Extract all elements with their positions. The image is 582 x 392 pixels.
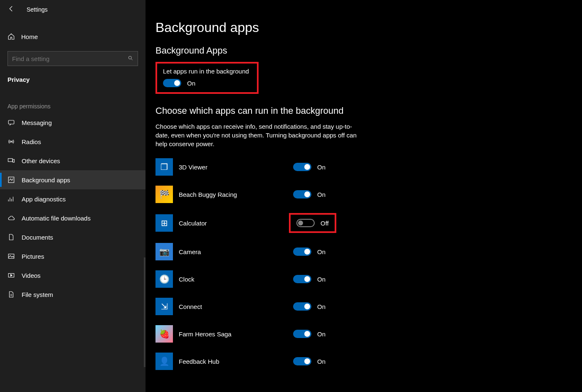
app-toggle[interactable] <box>293 275 311 283</box>
app-toggle-wrap: On <box>289 272 330 286</box>
app-toggle[interactable] <box>293 163 311 171</box>
sidebar-item-documents[interactable]: Documents <box>0 228 146 247</box>
sidebar-item-label: App diagnostics <box>22 196 66 203</box>
app-toggle[interactable] <box>293 302 311 311</box>
sidebar-item-label: Background apps <box>22 176 70 184</box>
sidebar-item-app-diagnostics[interactable]: App diagnostics <box>0 189 146 208</box>
main-content: Background apps Background Apps Let apps… <box>146 0 582 392</box>
app-row-3d-viewer: ❒3D ViewerOn <box>155 158 570 176</box>
svg-rect-3 <box>8 159 13 162</box>
app-name-label: Clock <box>179 276 289 283</box>
arrow-left-icon <box>7 5 15 12</box>
app-name-label: 3D Viewer <box>179 164 289 171</box>
app-icon: ❒ <box>155 158 173 176</box>
app-row-camera: 📷CameraOn <box>155 243 570 260</box>
svg-rect-1 <box>8 120 14 124</box>
app-toggle-state: On <box>317 331 326 338</box>
sidebar-item-messaging[interactable]: Messaging <box>0 113 146 132</box>
description-text: Choose which apps can receive info, send… <box>155 122 359 148</box>
app-row-connect: ⇲ConnectOn <box>155 298 570 315</box>
search-wrap <box>0 46 146 66</box>
sidebar-item-label: Other devices <box>22 157 60 164</box>
group-label: App permissions <box>0 86 146 113</box>
document-icon <box>7 233 15 241</box>
master-toggle-label: Let apps run in the background <box>163 68 251 75</box>
home-link[interactable]: Home <box>0 27 146 46</box>
app-toggle-state: On <box>317 248 326 255</box>
sidebar-item-automatic-file-downloads[interactable]: Automatic file downloads <box>0 208 146 228</box>
sidebar-item-videos[interactable]: Videos <box>0 266 146 285</box>
search-icon <box>128 55 133 62</box>
page-title: Background apps <box>155 20 570 35</box>
app-name-label: Calculator <box>179 220 289 227</box>
app-toggle-state: On <box>317 276 326 283</box>
app-icon: 🏁 <box>155 186 173 203</box>
app-name-label: Feedback Hub <box>179 358 289 365</box>
nav-list: MessagingRadiosOther devicesBackground a… <box>0 113 146 304</box>
cloud-icon <box>7 214 15 222</box>
subheading-background-apps: Background Apps <box>155 45 570 56</box>
diagnostics-icon <box>7 195 15 203</box>
sidebar-item-file-system[interactable]: File system <box>0 285 146 304</box>
scrollbar[interactable] <box>144 257 146 367</box>
app-toggle-state: Off <box>321 220 329 227</box>
subheading-choose-apps: Choose which apps can run in the backgro… <box>155 105 570 116</box>
app-row-farm-heroes-saga: 🍓Farm Heroes SagaOn <box>155 325 570 343</box>
sidebar-item-radios[interactable]: Radios <box>0 132 146 151</box>
app-name-label: Camera <box>179 248 289 255</box>
sidebar-item-pictures[interactable]: Pictures <box>0 247 146 266</box>
file-system-icon <box>7 291 15 298</box>
master-toggle-state: On <box>187 80 195 87</box>
section-label: Privacy <box>0 66 146 86</box>
videos-icon <box>7 272 15 279</box>
app-name-label: Beach Buggy Racing <box>179 191 289 198</box>
app-icon: ⊞ <box>155 214 173 232</box>
app-name-label: Farm Heroes Saga <box>179 331 289 338</box>
back-button[interactable] <box>7 5 15 14</box>
sidebar-item-label: Radios <box>22 138 41 145</box>
sidebar-item-label: File system <box>22 291 53 298</box>
app-toggle-state: On <box>317 303 326 310</box>
sidebar-item-background-apps[interactable]: Background apps <box>0 170 146 189</box>
svg-point-0 <box>128 56 131 59</box>
app-list: ❒3D ViewerOn🏁Beach Buggy RacingOn⊞Calcul… <box>155 158 570 370</box>
app-icon: 👤 <box>155 353 173 370</box>
sidebar-item-label: Documents <box>22 234 53 241</box>
home-label: Home <box>21 33 38 40</box>
svg-point-2 <box>11 141 12 142</box>
app-row-feedback-hub: 👤Feedback HubOn <box>155 353 570 370</box>
app-toggle-state: On <box>317 191 326 198</box>
sidebar: Settings Home Privacy App permissions Me… <box>0 0 146 392</box>
app-toggle[interactable] <box>296 219 315 227</box>
master-toggle[interactable] <box>163 79 181 87</box>
sidebar-item-label: Messaging <box>22 119 52 126</box>
radios-icon <box>7 138 15 145</box>
window-title: Settings <box>27 6 48 13</box>
sidebar-item-label: Pictures <box>22 253 44 260</box>
app-toggle-wrap: On <box>289 245 330 258</box>
app-row-calculator: ⊞CalculatorOff <box>155 213 570 233</box>
background-apps-icon <box>7 176 15 184</box>
app-toggle-wrap: On <box>289 327 330 341</box>
app-row-clock: 🕒ClockOn <box>155 270 570 288</box>
pictures-icon <box>7 252 15 260</box>
search-box[interactable] <box>7 51 138 66</box>
app-toggle[interactable] <box>293 357 311 365</box>
message-icon <box>7 119 15 126</box>
app-toggle-wrap: On <box>289 188 330 201</box>
app-toggle-wrap: On <box>289 355 330 368</box>
app-toggle[interactable] <box>293 190 311 198</box>
home-icon <box>7 33 15 40</box>
svg-rect-4 <box>13 159 15 162</box>
app-icon: 📷 <box>155 243 173 260</box>
highlighted-master-toggle: Let apps run in the background On <box>155 62 259 94</box>
search-input[interactable] <box>12 55 128 62</box>
sidebar-item-label: Videos <box>22 272 41 279</box>
app-icon: ⇲ <box>155 298 173 315</box>
app-toggle[interactable] <box>293 247 311 256</box>
highlighted-app-toggle: Off <box>289 213 336 233</box>
sidebar-item-other-devices[interactable]: Other devices <box>0 151 146 170</box>
app-toggle[interactable] <box>293 330 311 338</box>
app-row-beach-buggy-racing: 🏁Beach Buggy RacingOn <box>155 186 570 203</box>
app-name-label: Connect <box>179 303 289 310</box>
